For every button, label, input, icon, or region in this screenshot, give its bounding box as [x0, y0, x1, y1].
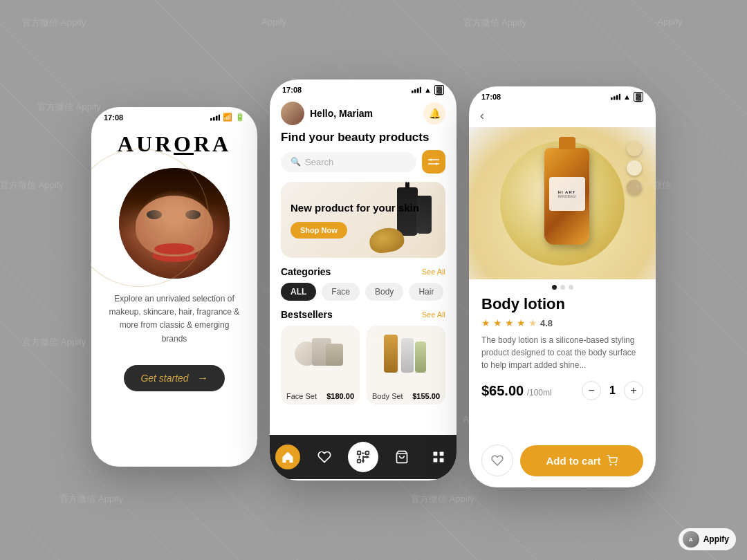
dot-1 [552, 285, 557, 290]
battery-icon: 🔋 [235, 113, 245, 122]
svg-rect-12 [358, 451, 361, 455]
add-to-cart-button[interactable]: Add to cart [520, 445, 643, 476]
nav-bar [270, 435, 456, 479]
qty-increase-button[interactable]: + [624, 381, 643, 400]
user-info: Hello, Mariam [281, 102, 373, 125]
svg-rect-5 [414, 89, 416, 93]
color-swatches [627, 141, 642, 195]
bag-icon [395, 450, 409, 464]
filter-icon [428, 156, 439, 167]
body-set-price: $155.00 [412, 392, 440, 400]
appify-logo: A [683, 531, 699, 548]
phone-3: 17:08 ▲ ▓ ‹ [469, 86, 656, 487]
price-text: $65.00 [481, 383, 524, 398]
svg-rect-2 [216, 115, 218, 120]
svg-rect-0 [210, 118, 212, 120]
product-bottle: HI ART BANOBAGI [544, 148, 589, 245]
svg-rect-1 [213, 117, 215, 120]
phone-1-content: AURORA Explore an unrivaled selection of… [91, 124, 257, 391]
swatch-1[interactable] [627, 141, 642, 156]
heart-icon [317, 450, 331, 464]
rating-value: 4.8 [540, 318, 553, 328]
time-3: 17:08 [481, 93, 501, 101]
svg-rect-28 [616, 95, 618, 100]
category-all[interactable]: ALL [281, 283, 316, 301]
star-5: ★ [528, 317, 537, 328]
time-1: 17:08 [104, 113, 123, 122]
search-box[interactable]: 🔍 Search [281, 152, 416, 172]
svg-rect-14 [358, 460, 361, 463]
face-render [119, 168, 230, 279]
category-face[interactable]: Face [322, 283, 360, 301]
price-unit: /100ml [527, 388, 552, 398]
search-row: 🔍 Search [270, 150, 456, 182]
nav-menu[interactable] [426, 445, 451, 469]
face-set-info: Face Set $180.00 [281, 388, 360, 404]
bottle-cap [559, 137, 575, 149]
product-hero: HI ART BANOBAGI [469, 127, 656, 279]
product-description: The body lotion is a silicone-based styl… [481, 334, 643, 371]
shop-now-button[interactable]: Shop Now [290, 222, 347, 239]
face-set-image [281, 326, 360, 388]
qty-decrease-button[interactable]: − [582, 381, 601, 400]
quantity-control: − 1 + [582, 381, 643, 400]
svg-rect-27 [614, 96, 616, 100]
phone-1-description: Explore an unrivaled selection of makeup… [108, 292, 241, 346]
wishlist-button[interactable] [481, 445, 513, 476]
phone-2-content: Hello, Mariam 🔔 Find your beauty product… [270, 97, 456, 479]
stars-row: ★ ★ ★ ★ ★ 4.8 [481, 317, 643, 328]
body-set-image [367, 326, 445, 388]
banner-text: New product for your skin Shop Now [281, 193, 429, 247]
scan-icon [356, 449, 371, 465]
filter-button[interactable] [422, 150, 445, 174]
appify-label: Appify [703, 534, 729, 544]
product-card-face-set[interactable]: Face Set $180.00 [281, 326, 360, 404]
product-line-text: BANOBAGI [557, 194, 575, 198]
categories-row: ALL Face Body Hair [270, 283, 456, 309]
face-set-price: $180.00 [326, 392, 354, 400]
svg-rect-26 [611, 97, 613, 100]
categories-see-all[interactable]: See All [422, 268, 445, 276]
wifi-icon-3: ▲ [623, 93, 631, 101]
wifi-icon-2: ▲ [424, 86, 432, 94]
dot-2 [560, 285, 565, 290]
promo-banner[interactable]: New product for your skin Shop Now [281, 182, 445, 258]
product-card-body-set[interactable]: Body Set $155.00 [367, 326, 445, 404]
face-set-name: Face Set [286, 392, 317, 400]
status-bar-2: 17:08 ▲ ▓ [270, 80, 456, 97]
bottom-action: Add to cart [469, 438, 656, 486]
swatch-2[interactable] [627, 160, 642, 176]
get-started-button[interactable]: Get started → [124, 365, 224, 391]
product-title: Body lotion [481, 295, 643, 313]
appify-badge: A Appify [679, 528, 736, 550]
phone-2: 17:08 ▲ ▓ Hello, Mariam 🔔 Find your beau… [270, 80, 456, 480]
add-to-cart-label: Add to cart [546, 455, 600, 467]
nav-scan[interactable] [348, 442, 378, 472]
svg-rect-3 [219, 114, 220, 120]
star-3: ★ [505, 317, 514, 328]
find-title: Find your beauty products [270, 129, 456, 150]
svg-rect-6 [417, 88, 419, 93]
status-bar-1: 17:08 📶 🔋 [91, 107, 257, 124]
get-started-label: Get started [140, 373, 188, 384]
greeting-text: Hello, Mariam [310, 108, 373, 119]
signal-icon [210, 114, 220, 121]
svg-rect-24 [433, 458, 437, 463]
nav-home[interactable] [275, 445, 300, 469]
back-button[interactable]: ‹ [469, 104, 656, 127]
notification-bell[interactable]: 🔔 [423, 102, 445, 124]
user-avatar [281, 102, 304, 125]
wifi-icon: 📶 [223, 113, 232, 122]
wishlist-heart-icon [491, 454, 504, 467]
svg-rect-25 [439, 458, 443, 463]
svg-rect-29 [619, 94, 620, 100]
category-body[interactable]: Body [365, 283, 403, 301]
nav-cart[interactable] [389, 445, 414, 469]
portrait-image [119, 168, 230, 279]
nav-favorites[interactable] [312, 445, 337, 469]
bestsellers-see-all[interactable]: See All [422, 310, 445, 319]
swatch-3[interactable] [627, 180, 642, 195]
category-hair[interactable]: Hair [409, 283, 443, 301]
svg-rect-13 [366, 451, 369, 455]
bottle-body: HI ART BANOBAGI [544, 148, 589, 245]
